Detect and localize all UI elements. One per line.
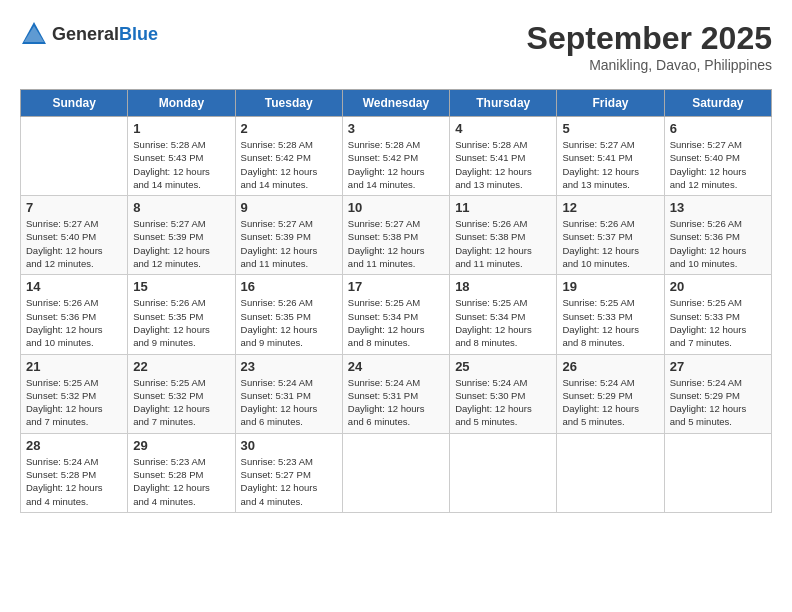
day-info: Sunrise: 5:24 AM Sunset: 5:29 PM Dayligh… xyxy=(670,376,766,429)
day-number: 19 xyxy=(562,279,658,294)
day-cell: 3Sunrise: 5:28 AM Sunset: 5:42 PM Daylig… xyxy=(342,117,449,196)
week-row-3: 14Sunrise: 5:26 AM Sunset: 5:36 PM Dayli… xyxy=(21,275,772,354)
day-info: Sunrise: 5:27 AM Sunset: 5:39 PM Dayligh… xyxy=(133,217,229,270)
day-number: 22 xyxy=(133,359,229,374)
day-number: 26 xyxy=(562,359,658,374)
day-info: Sunrise: 5:27 AM Sunset: 5:40 PM Dayligh… xyxy=(26,217,122,270)
day-number: 15 xyxy=(133,279,229,294)
day-number: 23 xyxy=(241,359,337,374)
day-cell: 16Sunrise: 5:26 AM Sunset: 5:35 PM Dayli… xyxy=(235,275,342,354)
day-cell xyxy=(342,433,449,512)
day-info: Sunrise: 5:26 AM Sunset: 5:37 PM Dayligh… xyxy=(562,217,658,270)
day-cell xyxy=(450,433,557,512)
day-cell: 18Sunrise: 5:25 AM Sunset: 5:34 PM Dayli… xyxy=(450,275,557,354)
header-cell-wednesday: Wednesday xyxy=(342,90,449,117)
logo-wordmark: GeneralBlue xyxy=(52,24,158,45)
day-info: Sunrise: 5:25 AM Sunset: 5:33 PM Dayligh… xyxy=(562,296,658,349)
day-cell xyxy=(557,433,664,512)
logo-icon xyxy=(20,20,48,48)
day-cell: 2Sunrise: 5:28 AM Sunset: 5:42 PM Daylig… xyxy=(235,117,342,196)
logo-text-blue: Blue xyxy=(119,24,158,44)
day-info: Sunrise: 5:26 AM Sunset: 5:35 PM Dayligh… xyxy=(241,296,337,349)
calendar-table: SundayMondayTuesdayWednesdayThursdayFrid… xyxy=(20,89,772,513)
week-row-2: 7Sunrise: 5:27 AM Sunset: 5:40 PM Daylig… xyxy=(21,196,772,275)
day-cell: 20Sunrise: 5:25 AM Sunset: 5:33 PM Dayli… xyxy=(664,275,771,354)
day-info: Sunrise: 5:24 AM Sunset: 5:31 PM Dayligh… xyxy=(241,376,337,429)
day-cell: 19Sunrise: 5:25 AM Sunset: 5:33 PM Dayli… xyxy=(557,275,664,354)
logo-text-general: General xyxy=(52,24,119,44)
day-number: 2 xyxy=(241,121,337,136)
day-number: 21 xyxy=(26,359,122,374)
day-info: Sunrise: 5:25 AM Sunset: 5:32 PM Dayligh… xyxy=(133,376,229,429)
day-cell: 28Sunrise: 5:24 AM Sunset: 5:28 PM Dayli… xyxy=(21,433,128,512)
day-info: Sunrise: 5:26 AM Sunset: 5:38 PM Dayligh… xyxy=(455,217,551,270)
day-number: 30 xyxy=(241,438,337,453)
day-cell: 9Sunrise: 5:27 AM Sunset: 5:39 PM Daylig… xyxy=(235,196,342,275)
day-cell: 6Sunrise: 5:27 AM Sunset: 5:40 PM Daylig… xyxy=(664,117,771,196)
day-cell: 17Sunrise: 5:25 AM Sunset: 5:34 PM Dayli… xyxy=(342,275,449,354)
day-info: Sunrise: 5:25 AM Sunset: 5:33 PM Dayligh… xyxy=(670,296,766,349)
calendar-body: 1Sunrise: 5:28 AM Sunset: 5:43 PM Daylig… xyxy=(21,117,772,513)
day-number: 13 xyxy=(670,200,766,215)
day-info: Sunrise: 5:28 AM Sunset: 5:42 PM Dayligh… xyxy=(348,138,444,191)
week-row-5: 28Sunrise: 5:24 AM Sunset: 5:28 PM Dayli… xyxy=(21,433,772,512)
day-cell: 4Sunrise: 5:28 AM Sunset: 5:41 PM Daylig… xyxy=(450,117,557,196)
day-info: Sunrise: 5:28 AM Sunset: 5:43 PM Dayligh… xyxy=(133,138,229,191)
header-cell-saturday: Saturday xyxy=(664,90,771,117)
day-info: Sunrise: 5:25 AM Sunset: 5:34 PM Dayligh… xyxy=(455,296,551,349)
day-number: 11 xyxy=(455,200,551,215)
day-cell: 24Sunrise: 5:24 AM Sunset: 5:31 PM Dayli… xyxy=(342,354,449,433)
day-info: Sunrise: 5:24 AM Sunset: 5:28 PM Dayligh… xyxy=(26,455,122,508)
header-cell-sunday: Sunday xyxy=(21,90,128,117)
logo: GeneralBlue xyxy=(20,20,158,48)
day-info: Sunrise: 5:27 AM Sunset: 5:41 PM Dayligh… xyxy=(562,138,658,191)
header-cell-tuesday: Tuesday xyxy=(235,90,342,117)
day-cell: 26Sunrise: 5:24 AM Sunset: 5:29 PM Dayli… xyxy=(557,354,664,433)
day-number: 20 xyxy=(670,279,766,294)
day-info: Sunrise: 5:24 AM Sunset: 5:29 PM Dayligh… xyxy=(562,376,658,429)
day-number: 18 xyxy=(455,279,551,294)
day-info: Sunrise: 5:25 AM Sunset: 5:32 PM Dayligh… xyxy=(26,376,122,429)
day-number: 24 xyxy=(348,359,444,374)
day-number: 4 xyxy=(455,121,551,136)
day-number: 6 xyxy=(670,121,766,136)
day-number: 25 xyxy=(455,359,551,374)
day-number: 17 xyxy=(348,279,444,294)
day-number: 10 xyxy=(348,200,444,215)
day-number: 27 xyxy=(670,359,766,374)
day-cell: 8Sunrise: 5:27 AM Sunset: 5:39 PM Daylig… xyxy=(128,196,235,275)
day-cell: 12Sunrise: 5:26 AM Sunset: 5:37 PM Dayli… xyxy=(557,196,664,275)
day-number: 9 xyxy=(241,200,337,215)
day-info: Sunrise: 5:24 AM Sunset: 5:30 PM Dayligh… xyxy=(455,376,551,429)
day-cell: 1Sunrise: 5:28 AM Sunset: 5:43 PM Daylig… xyxy=(128,117,235,196)
svg-marker-1 xyxy=(24,26,44,42)
day-cell: 21Sunrise: 5:25 AM Sunset: 5:32 PM Dayli… xyxy=(21,354,128,433)
week-row-1: 1Sunrise: 5:28 AM Sunset: 5:43 PM Daylig… xyxy=(21,117,772,196)
day-number: 14 xyxy=(26,279,122,294)
day-info: Sunrise: 5:27 AM Sunset: 5:38 PM Dayligh… xyxy=(348,217,444,270)
day-info: Sunrise: 5:23 AM Sunset: 5:27 PM Dayligh… xyxy=(241,455,337,508)
day-cell: 27Sunrise: 5:24 AM Sunset: 5:29 PM Dayli… xyxy=(664,354,771,433)
day-cell: 7Sunrise: 5:27 AM Sunset: 5:40 PM Daylig… xyxy=(21,196,128,275)
day-number: 5 xyxy=(562,121,658,136)
header-cell-monday: Monday xyxy=(128,90,235,117)
day-cell: 30Sunrise: 5:23 AM Sunset: 5:27 PM Dayli… xyxy=(235,433,342,512)
location-subtitle: Manikling, Davao, Philippines xyxy=(527,57,772,73)
day-cell: 29Sunrise: 5:23 AM Sunset: 5:28 PM Dayli… xyxy=(128,433,235,512)
day-info: Sunrise: 5:25 AM Sunset: 5:34 PM Dayligh… xyxy=(348,296,444,349)
day-number: 7 xyxy=(26,200,122,215)
header-row: SundayMondayTuesdayWednesdayThursdayFrid… xyxy=(21,90,772,117)
day-number: 8 xyxy=(133,200,229,215)
day-info: Sunrise: 5:28 AM Sunset: 5:42 PM Dayligh… xyxy=(241,138,337,191)
day-cell: 25Sunrise: 5:24 AM Sunset: 5:30 PM Dayli… xyxy=(450,354,557,433)
day-info: Sunrise: 5:23 AM Sunset: 5:28 PM Dayligh… xyxy=(133,455,229,508)
day-info: Sunrise: 5:27 AM Sunset: 5:39 PM Dayligh… xyxy=(241,217,337,270)
day-info: Sunrise: 5:26 AM Sunset: 5:36 PM Dayligh… xyxy=(670,217,766,270)
day-number: 28 xyxy=(26,438,122,453)
day-number: 16 xyxy=(241,279,337,294)
day-info: Sunrise: 5:27 AM Sunset: 5:40 PM Dayligh… xyxy=(670,138,766,191)
title-block: September 2025 Manikling, Davao, Philipp… xyxy=(527,20,772,73)
header-cell-thursday: Thursday xyxy=(450,90,557,117)
day-info: Sunrise: 5:26 AM Sunset: 5:35 PM Dayligh… xyxy=(133,296,229,349)
day-cell: 5Sunrise: 5:27 AM Sunset: 5:41 PM Daylig… xyxy=(557,117,664,196)
